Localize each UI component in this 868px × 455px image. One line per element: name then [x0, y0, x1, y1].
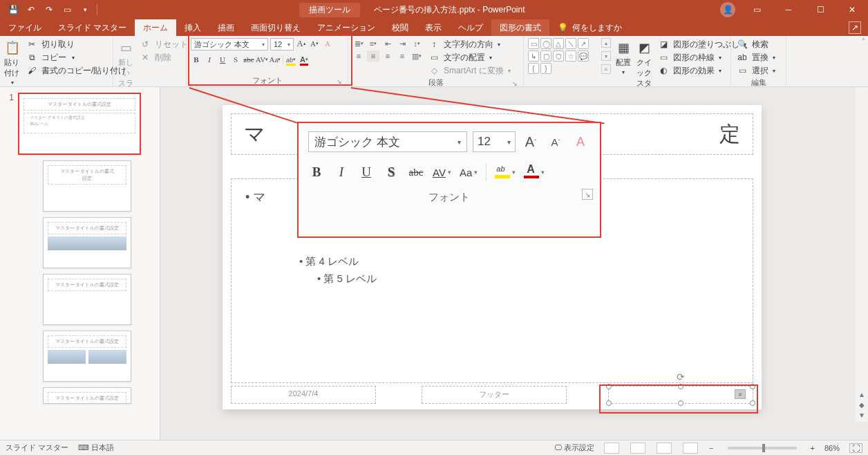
tab-transitions[interactable]: 画面切り替え	[243, 19, 309, 36]
shape-triangle-icon[interactable]: △	[553, 38, 564, 49]
align-right-button[interactable]: ≡	[381, 50, 394, 62]
highlight-color-button[interactable]: ab▾	[285, 54, 296, 65]
ribbon-display-options-icon[interactable]: ▭	[741, 0, 773, 19]
tab-slide-master[interactable]: スライド マスター	[50, 19, 135, 36]
cut-button[interactable]: ✂切り取り	[25, 38, 128, 50]
replace-button[interactable]: ab置換▾	[735, 51, 777, 64]
reset-button[interactable]: ↺リセット	[138, 38, 189, 50]
char-spacing-button[interactable]: AV▾	[256, 54, 267, 65]
callout-font-name-combo[interactable]: 游ゴシック 本文 ▾	[308, 131, 467, 152]
italic-button[interactable]: I	[204, 54, 215, 65]
shape-oval-icon[interactable]: ◯	[540, 38, 551, 49]
zoom-out-icon[interactable]: −	[709, 444, 713, 452]
qat-customize-icon[interactable]: ▾	[77, 2, 93, 17]
align-left-button[interactable]: ≡	[352, 50, 365, 62]
font-color-button[interactable]: A▾	[299, 54, 310, 65]
font-size-combo[interactable]: 12▾	[270, 38, 294, 50]
selection-handle[interactable]	[678, 400, 683, 406]
shadow-button[interactable]: S	[230, 54, 241, 65]
vertical-scrollbar[interactable]: ▲ ◆ ▼	[856, 87, 868, 422]
shape-line-icon[interactable]: ＼	[565, 38, 576, 49]
shape-hexagon-icon[interactable]: ⬡	[553, 50, 564, 62]
shape-rectangle-icon[interactable]: ▭	[528, 38, 539, 49]
zoom-slider[interactable]	[728, 447, 797, 449]
tab-review[interactable]: 校閲	[384, 19, 417, 36]
line-spacing-button[interactable]: ↕▾	[411, 38, 423, 49]
decrease-font-size-button[interactable]: A▾	[309, 38, 320, 49]
shapes-gallery[interactable]: ▭ ◯ △ ＼ ↗ ↳ ▢ ⬡ ☆ 💬 { }	[528, 38, 600, 74]
layout-thumb-3[interactable]: マスター タイトルの書式設定	[43, 274, 131, 325]
collapse-ribbon-icon[interactable]: ˄	[862, 37, 865, 45]
account-avatar-icon[interactable]: 👤	[720, 2, 735, 17]
selection-handle[interactable]	[606, 384, 612, 389]
selection-handle[interactable]	[750, 400, 755, 406]
callout-char-spacing-button[interactable]: AV▾	[433, 162, 451, 183]
display-settings-button[interactable]: 🖵 表示設定	[554, 443, 594, 453]
font-name-combo[interactable]: 游ゴシック 本文▾	[191, 38, 268, 50]
increase-indent-button[interactable]: ⇥	[396, 38, 408, 49]
reading-view-icon[interactable]	[657, 443, 672, 454]
copy-button[interactable]: ⧉コピー▾	[25, 51, 128, 64]
shape-brace2-icon[interactable]: }	[540, 63, 551, 74]
layout-thumb-1[interactable]: マスター タイトルの書式 設定	[43, 160, 131, 212]
font-dialog-launcher-icon[interactable]: ↘	[335, 77, 343, 86]
find-button[interactable]: 🔍検索	[735, 38, 777, 50]
callout-dialog-launcher-icon[interactable]: ↘	[582, 189, 593, 200]
scroll-down-icon[interactable]: ▼	[858, 411, 865, 419]
align-center-button[interactable]: ≡	[367, 50, 379, 62]
callout-underline-button[interactable]: U	[358, 162, 375, 183]
selection-handle[interactable]	[750, 384, 755, 389]
justify-button[interactable]: ≡	[396, 50, 408, 62]
callout-change-case-button[interactable]: Aa▾	[460, 162, 478, 183]
thumbnail-pane[interactable]: 1 マスター タイトルの書式設定 ・マスター テキストの書式設定・第2レベル マ…	[0, 87, 160, 440]
columns-button[interactable]: ▥▾	[411, 50, 423, 62]
shapes-gallery-more[interactable]: ▴▾≡	[601, 38, 611, 74]
change-case-button[interactable]: Aa▾	[270, 54, 281, 65]
tab-animations[interactable]: アニメーション	[309, 19, 384, 36]
tab-help[interactable]: ヘルプ	[450, 19, 491, 36]
tab-shape-format[interactable]: 図形の書式	[491, 19, 549, 36]
slideshow-view-icon[interactable]	[683, 443, 698, 454]
underline-button[interactable]: U	[217, 54, 228, 65]
text-direction-button[interactable]: ↕文字列の方向▾	[427, 38, 512, 50]
callout-bold-button[interactable]: B	[308, 162, 325, 183]
tab-insert[interactable]: 挿入	[176, 19, 209, 36]
rotate-handle-icon[interactable]: ⟳	[677, 371, 685, 382]
language-indicator[interactable]: ⌨ 日本語	[78, 443, 114, 453]
tab-home[interactable]: ホーム	[135, 19, 176, 36]
date-placeholder[interactable]: 2024/7/4	[231, 386, 376, 404]
selection-handle[interactable]	[678, 384, 683, 389]
increase-font-size-button[interactable]: A▴	[296, 38, 307, 49]
select-button[interactable]: ▭選択▾	[735, 64, 777, 77]
undo-icon[interactable]: ↶	[23, 2, 39, 17]
close-icon[interactable]: ✕	[836, 0, 868, 19]
shape-connector-icon[interactable]: ↳	[528, 50, 539, 62]
master-slide-thumb[interactable]: マスター タイトルの書式設定 ・マスター テキストの書式設定・第2レベル	[18, 93, 141, 155]
delete-slide-button[interactable]: ✕削除	[138, 51, 189, 64]
convert-smartart-button[interactable]: ◇SmartArt に変換▾	[427, 64, 512, 77]
format-painter-button[interactable]: 🖌書式のコピー/貼り付け	[25, 64, 128, 77]
selection-handle[interactable]	[606, 400, 612, 406]
callout-decrease-font-button[interactable]: Aˇ	[546, 132, 565, 151]
tab-draw[interactable]: 描画	[209, 19, 243, 36]
callout-font-color-button[interactable]: ▾	[524, 162, 545, 183]
fit-to-window-icon[interactable]: ⛶	[849, 443, 862, 453]
decrease-indent-button[interactable]: ⇤	[381, 38, 394, 49]
numbering-button[interactable]: ≡▾	[367, 38, 379, 49]
page-number-placeholder[interactable]: ⟳ #	[608, 386, 753, 404]
callout-italic-button[interactable]: I	[333, 162, 350, 183]
callout-highlight-button[interactable]: ▾	[495, 162, 516, 183]
tell-me-search[interactable]: 💡 何をしますか	[549, 19, 630, 36]
callout-strikethrough-button[interactable]: abc	[408, 162, 424, 183]
minimize-icon[interactable]: ─	[773, 0, 804, 19]
scroll-up-icon[interactable]: ▲	[858, 391, 865, 398]
redo-icon[interactable]: ↷	[41, 2, 57, 17]
zoom-in-icon[interactable]: +	[811, 444, 815, 452]
bold-button[interactable]: B	[191, 54, 202, 65]
bullets-button[interactable]: ≣▾	[352, 38, 365, 49]
shape-brace-icon[interactable]: {	[528, 63, 539, 74]
layout-thumb-2[interactable]: マスター タイトルの書式設定	[43, 217, 131, 268]
callout-increase-font-button[interactable]: Aˆ	[521, 132, 540, 151]
footer-placeholder[interactable]: フッター	[422, 386, 567, 404]
shape-callout-icon[interactable]: 💬	[578, 50, 589, 62]
